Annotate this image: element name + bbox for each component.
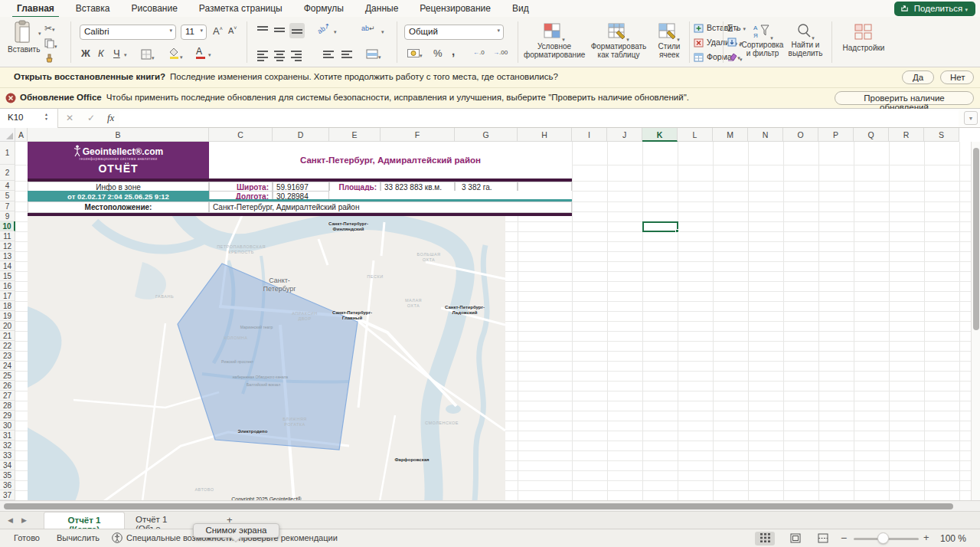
underline-chevron-icon[interactable]: ▾: [124, 52, 127, 58]
no-button[interactable]: Нет: [940, 70, 974, 84]
clear-button[interactable]: ▾: [727, 52, 743, 63]
location-label-cell[interactable]: Местоположение:: [28, 201, 209, 213]
row-header-22[interactable]: 22: [0, 341, 15, 351]
ribbon-tab-Разметка страницы[interactable]: Разметка страницы: [194, 0, 287, 16]
column-header-J[interactable]: J: [607, 128, 642, 142]
yes-button[interactable]: Да: [902, 70, 934, 84]
row-header-23[interactable]: 23: [0, 351, 15, 361]
row-header-12[interactable]: 12: [0, 241, 15, 251]
orientation-button[interactable]: ab↗: [316, 21, 332, 35]
sheet-tab-map[interactable]: Отчёт 1 (Карта): [44, 512, 125, 529]
column-header-K[interactable]: K: [642, 128, 678, 142]
fill-handle[interactable]: [675, 229, 679, 233]
underline-button[interactable]: Ч: [113, 47, 120, 59]
align-left-button[interactable]: [257, 51, 268, 61]
column-header-N[interactable]: N: [748, 128, 783, 142]
align-bottom-button[interactable]: [289, 23, 305, 38]
check-updates-button[interactable]: Проверить наличие обновлений: [835, 91, 974, 105]
zoom-in-icon[interactable]: +: [923, 532, 929, 543]
row-header-16[interactable]: 16: [0, 281, 15, 291]
row-header-33[interactable]: 33: [0, 450, 15, 460]
formula-bar-expand-icon[interactable]: ▼: [964, 111, 978, 125]
row-header-26[interactable]: 26: [0, 381, 15, 391]
row-header-25[interactable]: 25: [0, 371, 15, 381]
sort-filter-button[interactable]: АЯ▾ Сортировка и фильтр: [741, 23, 784, 58]
vertical-scrollbar-thumb[interactable]: [973, 148, 979, 330]
ribbon-tab-Данные[interactable]: Данные: [361, 0, 403, 16]
zoom-out-icon[interactable]: −: [841, 532, 847, 544]
column-header-F[interactable]: F: [381, 128, 455, 142]
sheet-tab-objects[interactable]: Отчёт 1 (Объе: [125, 512, 195, 529]
row-header-24[interactable]: 24: [0, 361, 15, 371]
percent-button[interactable]: %: [433, 47, 443, 59]
copy-button[interactable]: ▾: [44, 38, 57, 50]
row-header-21[interactable]: 21: [0, 331, 15, 341]
row-header-4[interactable]: 4: [0, 181, 15, 191]
fill-color-button[interactable]: ▾: [168, 47, 183, 61]
zoom-level[interactable]: 100 %: [940, 533, 966, 544]
column-header-E[interactable]: E: [329, 128, 381, 142]
row-header-30[interactable]: 30: [0, 421, 15, 431]
column-header-P[interactable]: P: [818, 128, 854, 142]
increase-indent-button[interactable]: [341, 51, 352, 58]
grow-font-button[interactable]: A˄: [213, 25, 223, 37]
normal-view-icon[interactable]: [755, 532, 775, 545]
column-header-A[interactable]: A: [15, 128, 28, 142]
font-color-chevron-icon[interactable]: ▾: [208, 52, 211, 58]
column-header-Q[interactable]: Q: [854, 128, 889, 142]
row-header-19[interactable]: 19: [0, 311, 15, 321]
row-header-29[interactable]: 29: [0, 411, 15, 421]
page-layout-view-icon[interactable]: [786, 532, 805, 545]
number-format-select[interactable]: Общий▾: [404, 25, 504, 40]
borders-button[interactable]: ▾: [141, 49, 155, 61]
ribbon-tab-Рецензирование[interactable]: Рецензирование: [415, 0, 495, 16]
fx-icon[interactable]: fx: [107, 112, 114, 124]
autosum-button[interactable]: Σ ▾: [727, 23, 738, 34]
orientation-chevron-icon[interactable]: ▾: [334, 29, 337, 35]
paste-chevron-icon[interactable]: ▾: [38, 31, 41, 37]
column-header-B[interactable]: B: [28, 128, 209, 142]
prev-sheet-icon[interactable]: ◀: [8, 516, 13, 524]
column-header-R[interactable]: R: [889, 128, 924, 142]
column-header-G[interactable]: G: [455, 128, 518, 142]
cut-button[interactable]: ✂▾: [44, 23, 55, 34]
shrink-font-button[interactable]: A˅: [228, 25, 237, 35]
formula-input[interactable]: [119, 110, 959, 126]
name-box[interactable]: K10: [0, 109, 58, 128]
row-header-35[interactable]: 35: [0, 470, 15, 480]
italic-button[interactable]: К: [98, 47, 104, 59]
ribbon-tab-Главная[interactable]: Главная: [12, 0, 59, 18]
ribbon-tab-Формулы[interactable]: Формулы: [299, 0, 348, 16]
ribbon-tab-Вставка[interactable]: Вставка: [71, 0, 115, 16]
selected-cell-K10[interactable]: [642, 221, 678, 232]
row-header-36[interactable]: 36: [0, 480, 15, 490]
row-header-20[interactable]: 20: [0, 321, 15, 331]
column-header-L[interactable]: L: [678, 128, 713, 142]
row-header-28[interactable]: 28: [0, 401, 15, 411]
row-header-11[interactable]: 11: [0, 231, 15, 241]
row-header-34[interactable]: 34: [0, 460, 15, 470]
share-button[interactable]: Поделиться ▾: [894, 2, 975, 16]
row-header-13[interactable]: 13: [0, 251, 15, 261]
merge-center-button[interactable]: ▾: [366, 49, 381, 61]
page-break-view-icon[interactable]: [813, 532, 833, 545]
row-header-10[interactable]: 10: [0, 221, 15, 231]
wrap-text-button[interactable]: ab↵: [361, 25, 375, 32]
column-header-M[interactable]: M: [713, 128, 748, 142]
calculate-button[interactable]: Вычислить: [57, 533, 100, 542]
row-header-5[interactable]: 5: [0, 191, 15, 201]
column-header-D[interactable]: D: [273, 128, 329, 142]
select-all-corner[interactable]: [0, 128, 15, 142]
row-header-18[interactable]: 18: [0, 301, 15, 311]
ribbon-tab-Вид[interactable]: Вид: [508, 0, 534, 16]
ribbon-tab-Рисование[interactable]: Рисование: [126, 0, 181, 16]
decrease-decimal-button[interactable]: →.00: [493, 49, 508, 56]
decrease-indent-button[interactable]: [323, 51, 334, 58]
increase-decimal-button[interactable]: ←.0: [473, 49, 485, 56]
find-select-button[interactable]: ▾ Найти и выделить: [786, 23, 825, 58]
column-header-S[interactable]: S: [924, 128, 959, 142]
enter-icon[interactable]: ✓: [87, 113, 95, 123]
addins-button[interactable]: Надстройки: [839, 23, 888, 53]
align-top-button[interactable]: [257, 26, 268, 34]
paste-button[interactable]: Вставить: [8, 20, 38, 54]
